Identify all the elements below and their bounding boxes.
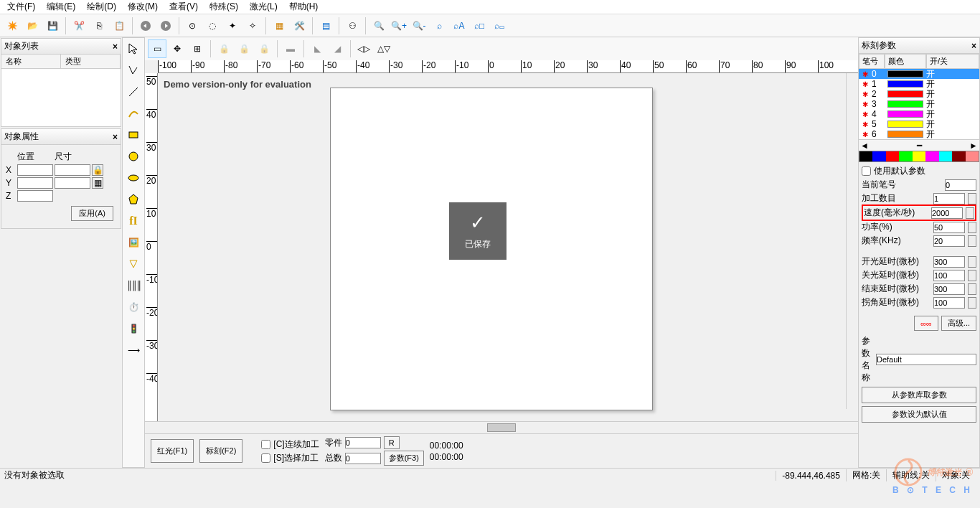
pen-col-onoff[interactable]: 开/关 <box>926 54 979 69</box>
count-input[interactable] <box>933 193 965 204</box>
color-swatch[interactable] <box>859 151 872 161</box>
color-swatch[interactable] <box>899 151 912 161</box>
text-icon[interactable]: fI <box>123 210 144 232</box>
pen-scroll[interactable]: ◄━► <box>859 139 979 151</box>
pick3-icon[interactable]: ✦ <box>223 17 242 35</box>
curve-icon[interactable] <box>123 103 144 124</box>
flow-icon[interactable]: ⚇ <box>343 17 362 35</box>
y-size-input[interactable] <box>55 177 90 189</box>
extend-icon[interactable]: ⟶ <box>123 339 144 361</box>
zoom-in-icon[interactable]: 🔍+ <box>390 17 408 35</box>
scrollbar-horizontal[interactable] <box>145 421 858 433</box>
menu-help[interactable]: 帮助(H) <box>285 0 323 14</box>
color-strip[interactable] <box>859 151 979 162</box>
lock3-icon[interactable]: 🔒 <box>255 39 273 58</box>
redo-icon[interactable] <box>156 17 175 35</box>
align1-icon[interactable]: ▬ <box>281 39 300 58</box>
new-icon[interactable]: ✴️ <box>3 17 22 35</box>
hatch-icon[interactable]: ▦ <box>270 17 288 35</box>
use-default-checkbox[interactable] <box>862 166 871 176</box>
pick2-icon[interactable]: ◌ <box>203 17 222 35</box>
spinner-icon[interactable] <box>968 270 976 281</box>
menu-modify[interactable]: 修改(M) <box>123 0 162 14</box>
apply-button[interactable]: 应用(A) <box>71 206 113 221</box>
pointer-icon[interactable] <box>123 38 144 60</box>
r-button[interactable]: R <box>384 436 400 449</box>
x-pos-input[interactable] <box>17 164 53 176</box>
rings-button[interactable]: ∞∞ <box>914 316 938 331</box>
ellipse-icon[interactable] <box>123 167 144 189</box>
grid-icon[interactable]: ▦ <box>92 177 103 189</box>
mirror-h-icon[interactable]: ◁▷ <box>354 39 373 58</box>
part-input[interactable] <box>345 437 381 448</box>
set-default-button[interactable]: 参数设为默认值 <box>862 406 976 423</box>
order1-icon[interactable]: ◣ <box>308 39 326 58</box>
spinner-icon[interactable] <box>968 235 976 247</box>
mark-button[interactable]: 标刻(F2) <box>199 439 242 463</box>
lock2-icon[interactable]: 🔒 <box>235 39 253 58</box>
advanced-button[interactable]: 高级... <box>941 316 976 331</box>
circle-icon[interactable] <box>123 146 144 167</box>
on-delay-input[interactable] <box>933 256 965 268</box>
sel-rect-icon[interactable]: ▭ <box>148 39 166 58</box>
menu-edit[interactable]: 编辑(E) <box>42 0 80 14</box>
zoom-icon[interactable]: 🔍 <box>369 17 388 35</box>
color-swatch[interactable] <box>913 151 925 161</box>
menu-view[interactable]: 查看(V) <box>165 0 202 14</box>
line-icon[interactable] <box>123 81 144 103</box>
menu-file[interactable]: 文件(F) <box>3 0 39 14</box>
from-lib-button[interactable]: 从参数库取参数 <box>862 387 976 403</box>
corner-delay-input[interactable] <box>933 297 965 309</box>
red-light-button[interactable]: 红光(F1) <box>151 439 194 463</box>
color-swatch[interactable] <box>925 151 938 161</box>
scrollbar-vertical[interactable] <box>846 73 858 409</box>
y-pos-input[interactable] <box>17 177 53 189</box>
sel-move-icon[interactable]: ✥ <box>168 39 187 58</box>
barcode-icon[interactable]: ║║║ <box>123 275 144 296</box>
open-icon[interactable]: 📂 <box>23 17 42 35</box>
param-name-input[interactable] <box>876 354 976 365</box>
zoom-all-icon[interactable]: ⌕A <box>450 17 468 35</box>
pick4-icon[interactable]: ✧ <box>243 17 262 35</box>
color-swatch[interactable] <box>872 151 885 161</box>
menu-draw[interactable]: 绘制(D) <box>83 0 121 14</box>
close-icon[interactable]: × <box>113 42 118 52</box>
z-input[interactable] <box>17 190 53 202</box>
color-swatch[interactable] <box>952 151 965 161</box>
rect-icon[interactable] <box>123 124 144 146</box>
menu-laser[interactable]: 激光(L) <box>245 0 282 14</box>
total-input[interactable] <box>345 453 381 464</box>
pen-col-num[interactable]: 笔号 <box>859 54 885 69</box>
select-checkbox[interactable] <box>261 453 270 463</box>
node-edit-icon[interactable] <box>123 60 144 81</box>
copy-icon[interactable]: ⎘ <box>90 17 108 35</box>
speed-input[interactable] <box>931 207 963 219</box>
freq-input[interactable] <box>933 235 965 247</box>
pick1-icon[interactable]: ⊙ <box>183 17 202 35</box>
zoom-out-icon[interactable]: 🔍- <box>410 17 428 35</box>
spinner-icon[interactable] <box>968 256 976 268</box>
power-input[interactable] <box>933 222 965 233</box>
mirror-v-icon[interactable]: △▽ <box>374 39 393 58</box>
spinner-icon[interactable] <box>968 297 976 309</box>
color-swatch[interactable] <box>886 151 899 161</box>
zoom-fit-icon[interactable]: ⌕ <box>430 17 448 35</box>
param-button[interactable]: 参数(F3) <box>384 451 424 466</box>
col-name[interactable]: 名称 <box>1 55 61 68</box>
timer-icon[interactable]: ⏱️ <box>123 296 144 318</box>
canvas[interactable]: Demo version-only for evaluation ✓ 已保存 <box>158 73 858 421</box>
list-icon[interactable]: ▤ <box>316 17 335 35</box>
vector-icon[interactable] <box>123 253 144 275</box>
sel-grid-icon[interactable]: ⊞ <box>188 39 207 58</box>
polygon-icon[interactable] <box>123 189 144 210</box>
lock1-icon[interactable]: 🔒 <box>215 39 233 58</box>
tools-icon[interactable]: 🛠️ <box>290 17 308 35</box>
close-icon[interactable]: × <box>971 41 976 51</box>
continuous-checkbox[interactable] <box>261 440 270 449</box>
object-list-body[interactable] <box>1 69 121 126</box>
lock-icon[interactable]: 🔒 <box>92 164 103 176</box>
io-icon[interactable]: 🚦 <box>123 318 144 339</box>
zoom-page-icon[interactable]: ⌕▭ <box>490 17 509 35</box>
menu-special[interactable]: 特殊(S) <box>205 0 242 14</box>
cur-pen-input[interactable] <box>945 179 976 191</box>
